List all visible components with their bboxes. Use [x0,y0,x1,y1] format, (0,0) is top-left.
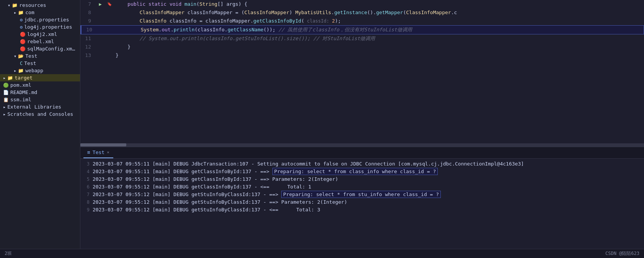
console-text: 2023-03-07 09:55:12 [main] DEBUG getStuI… [93,206,320,214]
sidebar-item-com[interactable]: ▸ 📁 com [0,9,80,16]
line-number: 7 [80,0,96,8]
iml-file-icon: 📋 [3,97,9,102]
scrollbar-thumb[interactable] [80,143,126,146]
run-icon[interactable]: ▶ [99,0,101,8]
folder-expanded-icon: ▾ [14,54,16,59]
code-line-9: 9 ClassInfo classInfo = classInfoMapper.… [80,17,644,25]
xml-file-icon: 🔴 [20,46,26,52]
console-output[interactable]: 3 2023-03-07 09:55:11 [main] DEBUG JdbcT… [80,159,644,249]
sidebar-item-label: jdbc.properties [24,17,69,23]
line-number: 9 [80,17,96,25]
line-number: 12 [80,43,96,51]
properties-file-icon: ⚙ [20,17,23,23]
sidebar-item-label: External Libraries [7,104,61,110]
line-number: 10 [82,26,97,34]
status-bar: 2班 CSDN @陌陌623 [0,249,644,258]
line-number: 11 [80,34,96,43]
code-line-13: 13 } [80,51,644,60]
line-number: 8 [80,8,96,17]
folder-icon: 📂 [18,54,24,59]
tab-test[interactable]: ≡ Test × [83,148,113,158]
console-text: 2023-03-07 09:55:12 [main] DEBUG getStuI… [93,198,347,206]
code-line-8: 8 ClassInfoMapper classInfoMapper = (Cla… [80,8,644,17]
console-line-number: 4 [83,168,90,175]
console-line-7: 7 2023-03-07 09:55:12 [main] DEBUG getSt… [80,191,644,198]
console-text: 2023-03-07 09:55:12 [main] DEBUG getClas… [93,175,338,183]
line-content: } [114,43,644,51]
sidebar-item-ssm-iml[interactable]: 📋 ssm.iml [0,96,80,103]
sidebar-item-log4j-properties[interactable]: ⚙ log4j.properties [0,23,80,31]
line-content: ClassInfo classInfo = classInfoMapper.ge… [114,17,644,25]
xml-file-icon: 🔴 [20,39,26,44]
sidebar-item-label: com [25,10,34,15]
sidebar-item-label: ssm.iml [10,97,31,102]
sidebar-item-readme[interactable]: 📄 README.md [0,89,80,96]
properties-file-icon: ⚙ [20,24,23,30]
bookmark-gutter: 🔖 [105,0,114,8]
sidebar-item-pom[interactable]: 🟢 pom.xml [0,81,80,89]
sidebar-item-test-folder[interactable]: ▾ 📂 Test [0,52,80,60]
line-content: public static void main(String[] args) { [114,0,644,8]
folder-icon: 📁 [18,10,24,15]
sidebar-item-rebel-xml[interactable]: 🔴 rebel.xml [0,38,80,45]
java-file-icon: C [20,61,23,66]
line-gutter: ▶ [96,0,105,8]
bookmark-icon: 🔖 [107,0,112,8]
xml-file-icon: 🔴 [20,32,26,37]
sidebar-item-label: rebel.xml [27,39,54,44]
sidebar-item-label: Test [24,60,36,66]
sidebar-item-label: target [15,75,33,81]
horizontal-scrollbar[interactable] [80,143,644,146]
sidebar: ▾ 📁 resources ▸ 📁 com ⚙ jdbc.properties … [0,0,80,249]
sidebar-item-label: pom.xml [10,82,31,88]
sidebar-item-jdbc-properties[interactable]: ⚙ jdbc.properties [0,16,80,23]
sidebar-item-target[interactable]: ▸ 📁 target [0,74,80,81]
sidebar-item-scratches[interactable]: ▸ Scratches and Consoles [0,110,80,118]
scratches-icon: ▸ [3,112,6,117]
watermark-text: CSDN @陌陌623 [605,251,639,256]
sidebar-item-label: webapp [25,68,43,73]
sidebar-item-label: Test [25,53,37,59]
panel-tabs: ≡ Test × [80,147,644,159]
sidebar-item-sqlmap-xml[interactable]: 🔴 sqlMapConfig.xm... [0,45,80,52]
sidebar-item-label: log4j2.xml [27,31,57,37]
tab-close-button[interactable]: × [107,150,109,155]
status-text: 2班 [5,250,12,257]
bottom-panel: ≡ Test × 3 2023-03-07 09:55:11 [main] DE… [80,146,644,249]
line-content: // System.out.println(classInfo.getStuIn… [114,34,644,43]
console-line-number: 3 [83,160,90,168]
console-line-number: 7 [83,191,90,198]
console-line-number: 8 [83,198,90,206]
folder-icon: 📁 [12,3,18,8]
folder-expanded-icon: ▾ [8,3,10,8]
console-text: 2023-03-07 09:55:12 [main] DEBUG getStuI… [93,191,441,198]
folder-icon: 📁 [7,75,13,81]
sidebar-item-external-libraries[interactable]: ▸ External Libraries [0,103,80,110]
code-line-10: 10 System.out.println(classInfo.getClass… [80,25,644,34]
console-line-3: 3 2023-03-07 09:55:11 [main] DEBUG JdbcT… [80,160,644,168]
sidebar-item-label: sqlMapConfig.xm... [27,46,77,52]
sidebar-item-test-java[interactable]: C Test [0,60,80,67]
console-line-number: 9 [83,206,90,214]
sidebar-item-webapp[interactable]: ▸ 📁 webapp [0,67,80,74]
status-right: CSDN @陌陌623 [605,250,639,257]
folder-collapsed-icon: ▸ [3,75,6,81]
console-line-8: 8 2023-03-07 09:55:12 [main] DEBUG getSt… [80,198,644,206]
tab-label: Test [93,149,104,155]
code-editor[interactable]: 7 ▶ 🔖 public static void main(String[] a… [80,0,644,143]
folder-collapsed-icon: ▸ [14,68,16,73]
code-line-12: 12 } [80,43,644,51]
sidebar-item-resources[interactable]: ▾ 📁 resources [0,2,80,9]
status-left: 2班 [5,250,12,257]
console-text: 2023-03-07 09:55:11 [main] DEBUG JdbcTra… [93,160,524,168]
sidebar-item-label: README.md [10,89,37,95]
console-text: 2023-03-07 09:55:11 [main] DEBUG getClas… [93,168,438,175]
console-line-4: 4 2023-03-07 09:55:11 [main] DEBUG getCl… [80,168,644,175]
line-content: } [114,51,644,60]
console-icon: ≡ [87,149,90,155]
line-content: System.out.println(classInfo.getClassNam… [115,26,644,34]
md-file-icon: 📄 [3,90,9,95]
external-libraries-icon: ▸ [3,104,6,110]
sidebar-item-log4j2-xml[interactable]: 🔴 log4j2.xml [0,31,80,38]
console-line-number: 5 [83,175,90,183]
